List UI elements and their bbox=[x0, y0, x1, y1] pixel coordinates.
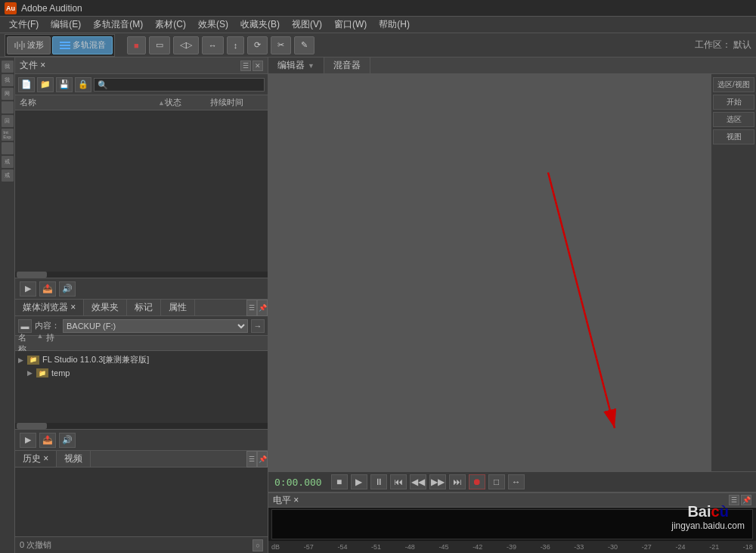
toolbar-btn-3[interactable]: ◁▷ bbox=[173, 36, 199, 54]
sidebar-icon-exp[interactable]: IntExp bbox=[2, 129, 14, 141]
file-btn-4[interactable]: 🔒 bbox=[75, 77, 91, 92]
tab-media-browser[interactable]: 媒体浏览器 × bbox=[15, 300, 84, 315]
menu-window[interactable]: 窗口(W) bbox=[328, 17, 373, 33]
menu-bar: 文件(F) 编辑(E) 多轨混音(M) 素材(C) 效果(S) 收藏夹(B) 视… bbox=[0, 17, 756, 33]
transport-to-end[interactable]: ⏭ bbox=[449, 474, 466, 489]
toolbar-btn-6[interactable]: ⟳ bbox=[247, 36, 268, 54]
file-search-input[interactable] bbox=[94, 78, 265, 92]
svg-rect-1 bbox=[17, 42, 18, 49]
file-save-btn[interactable]: 💾 bbox=[56, 77, 73, 92]
file-panel-menu-btn[interactable]: ☰ bbox=[240, 61, 251, 71]
sidebar-icon-3[interactable]: 网 bbox=[2, 88, 14, 100]
multitrack-btn[interactable]: 多轨混音 bbox=[52, 36, 113, 54]
sidebar-icon-8[interactable]: 戒 bbox=[2, 169, 14, 182]
media-panel-menu-btn[interactable]: ☰ bbox=[246, 300, 257, 316]
media-panel-bottom: ▶ 📤 🔊 bbox=[15, 429, 268, 450]
main-layout: 我 我 网 回 IntExp 戒 戒 文件 × ☰ ✕ 📄 📁 💾 🔒 bbox=[0, 57, 756, 553]
scale-db: dB bbox=[271, 543, 280, 551]
menu-file[interactable]: 文件(F) bbox=[3, 17, 45, 33]
transport-stop[interactable]: ■ bbox=[331, 474, 348, 489]
sidebar-icon-1[interactable]: 我 bbox=[2, 61, 14, 73]
tab-video[interactable]: 视频 bbox=[57, 451, 91, 467]
history-panel: 历史 × 视频 ☰ 📌 0 次撤销 ○ bbox=[15, 451, 268, 553]
toolbar-btn-1[interactable]: ■ bbox=[127, 36, 146, 54]
media-panel-pin-btn[interactable]: 📌 bbox=[257, 300, 268, 316]
transport-loop[interactable]: □ bbox=[488, 474, 505, 489]
history-pin-btn[interactable]: 📌 bbox=[257, 451, 268, 468]
transport-pause[interactable]: ⏸ bbox=[370, 474, 387, 489]
transport-rewind[interactable]: ◀◀ bbox=[410, 474, 426, 489]
rsp-selection[interactable]: 选区 bbox=[713, 112, 754, 127]
toolbar-btn-5[interactable]: ↕ bbox=[227, 36, 245, 54]
scale-n30: -30 bbox=[608, 543, 618, 551]
toolbar-btn-2[interactable]: ▭ bbox=[149, 36, 170, 54]
rsp-start[interactable]: 开始 bbox=[713, 95, 754, 110]
file-open-btn[interactable]: 📁 bbox=[37, 77, 54, 92]
media-nav-btn[interactable]: → bbox=[251, 319, 265, 333]
toolbar-btn-7[interactable]: ✂ bbox=[271, 36, 291, 54]
tab-editor[interactable]: 编辑器 ▼ bbox=[268, 57, 324, 73]
file-panel-close-btn[interactable]: ✕ bbox=[253, 61, 263, 71]
media-tabs: 媒体浏览器 × 效果夹 标记 属性 ☰ 📌 bbox=[15, 300, 268, 316]
tab-history[interactable]: 历史 × bbox=[15, 451, 57, 467]
media-collapse-btn[interactable]: ▬ bbox=[18, 319, 32, 333]
file-play-btn[interactable]: ▶ bbox=[20, 281, 36, 297]
media-speaker-btn[interactable]: 🔊 bbox=[59, 433, 76, 448]
svg-rect-2 bbox=[19, 44, 20, 47]
toolbar-btn-8[interactable]: ✎ bbox=[294, 36, 314, 54]
sidebar-icon-2[interactable]: 我 bbox=[2, 74, 14, 86]
app-logo: Au bbox=[5, 2, 17, 14]
menu-help[interactable]: 帮助(H) bbox=[373, 17, 416, 33]
file-speaker-btn[interactable]: 🔊 bbox=[59, 281, 76, 297]
menu-view[interactable]: 视图(V) bbox=[286, 17, 328, 33]
scale-n39: -39 bbox=[507, 543, 516, 551]
media-play-btn[interactable]: ▶ bbox=[20, 433, 36, 448]
media-path-select[interactable]: BACKUP (F:) bbox=[63, 319, 248, 333]
sidebar-icon-6[interactable] bbox=[2, 142, 14, 154]
tab-effects[interactable]: 效果夹 bbox=[84, 300, 127, 315]
left-sidebar: 我 我 网 回 IntExp 戒 戒 bbox=[0, 57, 15, 553]
menu-clip[interactable]: 素材(C) bbox=[149, 17, 192, 33]
rsp-selection-view[interactable]: 选区/视图 bbox=[713, 77, 754, 92]
tab-markers[interactable]: 标记 bbox=[127, 300, 161, 315]
file-export-btn[interactable]: 📤 bbox=[39, 281, 56, 297]
tab-properties[interactable]: 属性 bbox=[161, 300, 195, 315]
left-panels: 文件 × ☰ ✕ 📄 📁 💾 🔒 名称 ▲ 状态 持续时间 bbox=[15, 57, 268, 553]
scale-n57: -57 bbox=[304, 543, 314, 551]
file-new-btn[interactable]: 📄 bbox=[18, 77, 35, 92]
menu-multitrack[interactable]: 多轨混音(M) bbox=[87, 17, 149, 33]
level-scale-nums: dB -57 -54 -51 -48 -45 -42 -39 -36 -33 -… bbox=[271, 543, 753, 551]
sidebar-icon-7[interactable]: 戒 bbox=[2, 156, 14, 168]
right-side-panel: 选区/视图 开始 选区 视图 bbox=[711, 74, 756, 471]
transport-forward[interactable]: ▶▶ bbox=[429, 474, 446, 489]
svg-rect-4 bbox=[23, 43, 25, 48]
toolbar-btn-4[interactable]: ↔ bbox=[202, 36, 224, 54]
media-export-btn[interactable]: 📤 bbox=[39, 433, 56, 448]
scale-n45: -45 bbox=[439, 543, 449, 551]
tree-item-root[interactable]: ▶ 📁 FL Studio 11.0.3[兼测兼容版] bbox=[17, 353, 266, 367]
menu-favorites[interactable]: 收藏夹(B) bbox=[234, 17, 286, 33]
menu-effects[interactable]: 效果(S) bbox=[192, 17, 234, 33]
file-panel-header: 文件 × ☰ ✕ bbox=[15, 57, 268, 74]
sidebar-icon-4[interactable] bbox=[2, 101, 14, 113]
svg-rect-5 bbox=[60, 42, 70, 43]
media-hscroll[interactable] bbox=[15, 423, 268, 429]
level-content: Baicù jingyan.baidu.com bbox=[268, 508, 756, 541]
tab-mixer[interactable]: 混音器 bbox=[324, 57, 370, 73]
transport-play[interactable]: ▶ bbox=[351, 474, 367, 489]
scale-n18: -18 bbox=[743, 543, 753, 551]
transport-sync[interactable]: ↔ bbox=[508, 474, 525, 489]
media-tree-header: 名称 ▲ 持 bbox=[15, 336, 268, 351]
undo-status-btn[interactable]: ○ bbox=[253, 539, 263, 551]
rsp-view[interactable]: 视图 bbox=[713, 129, 754, 144]
tree-item-temp[interactable]: ▶ 📁 temp bbox=[17, 367, 266, 379]
menu-edit[interactable]: 编辑(E) bbox=[45, 17, 87, 33]
transport-to-start[interactable]: ⏮ bbox=[390, 474, 407, 489]
waveform-btn[interactable]: 波形 bbox=[7, 36, 51, 54]
history-menu-btn[interactable]: ☰ bbox=[246, 451, 257, 468]
file-panel-toolbar: 📄 📁 💾 🔒 bbox=[15, 74, 268, 95]
file-hscroll[interactable] bbox=[15, 272, 268, 278]
sidebar-icon-5[interactable]: 回 bbox=[2, 115, 14, 127]
baidu-watermark: Baicù jingyan.baidu.com bbox=[671, 503, 745, 531]
transport-record[interactable]: ⏺ bbox=[469, 474, 485, 489]
